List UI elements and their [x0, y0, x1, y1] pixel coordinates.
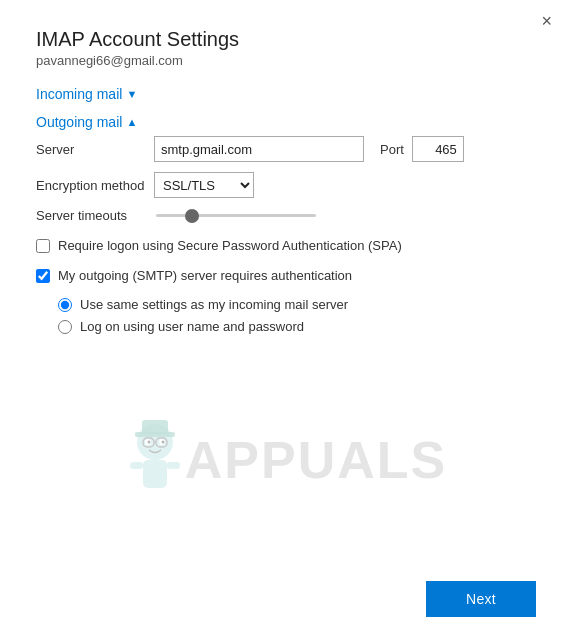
radio-logon[interactable] — [58, 320, 72, 334]
svg-rect-2 — [142, 420, 168, 434]
server-label: Server — [36, 142, 146, 157]
encryption-row: Encryption method SSL/TLS STARTTLS None — [36, 172, 536, 198]
outgoing-mail-toggle[interactable]: Outgoing mail ▲ — [36, 114, 536, 130]
svg-rect-10 — [143, 460, 167, 488]
watermark-text: APPUALS — [185, 430, 447, 490]
smtp-auth-checkbox[interactable] — [36, 269, 50, 283]
outgoing-mail-arrow: ▲ — [126, 116, 137, 128]
spa-checkbox[interactable] — [36, 239, 50, 253]
smtp-auth-label: My outgoing (SMTP) server requires authe… — [58, 267, 352, 285]
svg-rect-12 — [167, 462, 180, 469]
timeout-slider[interactable] — [156, 214, 316, 217]
port-input[interactable] — [412, 136, 464, 162]
dialog-title: IMAP Account Settings — [36, 28, 536, 51]
server-input[interactable] — [154, 136, 364, 162]
spa-row: Require logon using Secure Password Auth… — [36, 237, 536, 255]
outgoing-mail-section: Outgoing mail ▲ Server Port Encryption m… — [36, 114, 536, 344]
radio-logon-row: Log on using user name and password — [58, 319, 536, 334]
appuals-logo: APPUALS — [125, 420, 447, 500]
radio-same[interactable] — [58, 298, 72, 312]
svg-rect-11 — [130, 462, 143, 469]
radio-logon-label: Log on using user name and password — [80, 319, 304, 334]
encryption-select[interactable]: SSL/TLS STARTTLS None — [154, 172, 254, 198]
next-button[interactable]: Next — [426, 581, 536, 617]
encryption-label: Encryption method — [36, 178, 146, 193]
dialog-subtitle: pavannegi66@gmail.com — [36, 53, 536, 68]
server-row: Server Port — [36, 136, 536, 162]
incoming-mail-arrow: ▼ — [126, 88, 137, 100]
port-label: Port — [380, 142, 404, 157]
auth-radio-group: Use same settings as my incoming mail se… — [58, 297, 536, 334]
imap-dialog: × IMAP Account Settings pavannegi66@gmai… — [0, 0, 572, 641]
watermark-area: APPUALS — [36, 354, 536, 565]
radio-same-label: Use same settings as my incoming mail se… — [80, 297, 348, 312]
svg-point-6 — [161, 440, 164, 443]
close-button[interactable]: × — [535, 10, 558, 32]
svg-point-5 — [147, 440, 150, 443]
incoming-mail-label: Incoming mail — [36, 86, 122, 102]
appuals-character-icon — [125, 420, 185, 500]
spa-label: Require logon using Secure Password Auth… — [58, 237, 402, 255]
radio-same-row: Use same settings as my incoming mail se… — [58, 297, 536, 312]
smtp-auth-row: My outgoing (SMTP) server requires authe… — [36, 267, 536, 285]
outgoing-mail-label: Outgoing mail — [36, 114, 122, 130]
incoming-mail-toggle[interactable]: Incoming mail ▼ — [36, 86, 536, 102]
timeout-label: Server timeouts — [36, 208, 146, 223]
timeout-row: Server timeouts — [36, 208, 536, 223]
dialog-footer: Next — [36, 581, 536, 617]
